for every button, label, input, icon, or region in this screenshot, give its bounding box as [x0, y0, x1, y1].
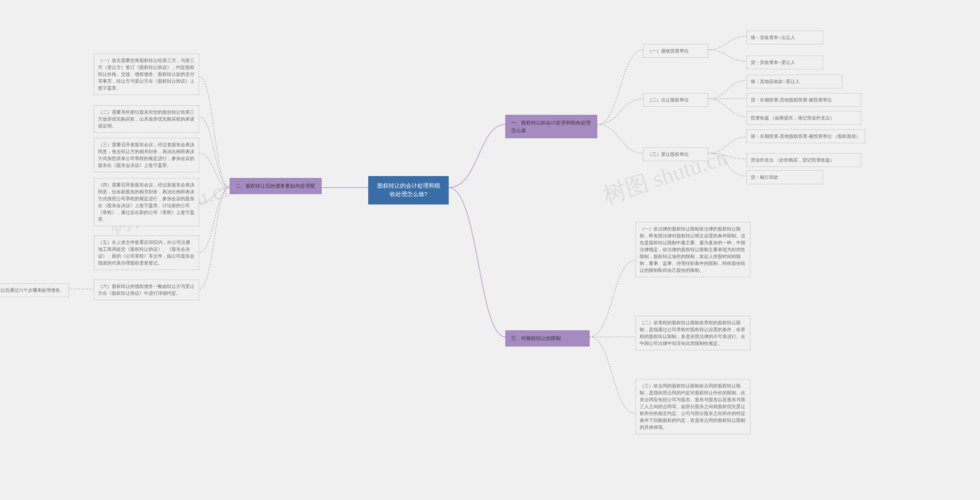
branch-1-sub-1[interactable]: （一）接收投资单位	[643, 44, 708, 58]
branch-3-item-2[interactable]: （二）依章程的股权转让限制依章程的股权转让限制，是指通过公司章程对股权转让设置的…	[635, 316, 750, 350]
branch-1[interactable]: 一、股权转让的会计处理和税收处理怎么做	[505, 115, 597, 138]
branch-1-sub-3[interactable]: （三）受让股权单位	[643, 147, 708, 161]
branch-1-sub-3-item-3[interactable]: 贷：银行存款	[746, 170, 823, 184]
mindmap-canvas: 树图 shutu.cn 树图 shutu.cn	[0, 0, 980, 500]
branch-2-item-3[interactable]: （三）需要召开老股东会议，经过老股东会表决同意，免去转让方的相关职务，表决比例和…	[94, 138, 199, 172]
branch-2[interactable]: 二、股权转让后的债务要如何处理呢	[230, 178, 322, 194]
branch-2-item-4[interactable]: （四）需要召开新股东会议，经过新股东会表决同意，任命新股东的相关职务，表决比例和…	[94, 178, 199, 226]
branch-1-sub-1-item-1[interactable]: 借：实收资本--出让人	[746, 31, 823, 44]
branch-2-item-6[interactable]: （六）股权转让的债权债务一般由转让方与受让方在《股权转让协议》中进行详细约定。	[94, 279, 199, 300]
branch-2-extra[interactable]: 通常股权转让后通过六个步骤来处理债务。	[0, 283, 69, 297]
branch-2-item-1[interactable]: （一）首先需要您将股权转让给第三方，与第三方（受让方）签订《股权转让协议》，约定…	[94, 54, 199, 95]
branch-1-sub-2-item-3[interactable]: 投资收益 （如果损失，借记营业外支出）	[746, 111, 861, 125]
branch-1-sub-3-item-1[interactable]: 借：长期投资-其他股权投资-被投资单位 （股权面值）	[746, 129, 865, 143]
branch-1-sub-1-item-2[interactable]: 贷：实收资本--受让人	[746, 56, 823, 69]
branch-2-item-2[interactable]: （二）需要另外那位股东对您的股份转让给第三方放弃优先购买权，出具放弃优先购买权的…	[94, 105, 199, 133]
center-node[interactable]: 股权转让的会计处理和税收处理怎么做?	[368, 176, 449, 204]
branch-1-sub-2-item-1[interactable]: 借：其他应收款--受让人	[746, 75, 842, 88]
branch-1-sub-3-item-2[interactable]: 营业外支出 （折价购买，贷记投资收益）	[746, 153, 861, 167]
branch-3[interactable]: 三、对股权转让的限制	[505, 330, 590, 346]
branch-1-sub-2[interactable]: （二）出让股权单位	[643, 93, 708, 107]
branch-3-item-3[interactable]: （三）依合同的股权转让限制依合同的股权转让限制，是指依照合同的约定对股权转让作价…	[635, 379, 750, 434]
branch-1-sub-2-item-2[interactable]: 贷：长期投资-其他股权投资-被投资单位	[746, 93, 861, 107]
branch-2-item-5[interactable]: （五）在上述文件签署后30日内，向公司注册地工商局提交《股权转让协议》、《股东会…	[94, 235, 199, 270]
branch-3-item-1[interactable]: （一）依法律的股权转让限制依法律的股权转让限制，即各国法律对股权转让明文设置的条…	[635, 222, 750, 277]
